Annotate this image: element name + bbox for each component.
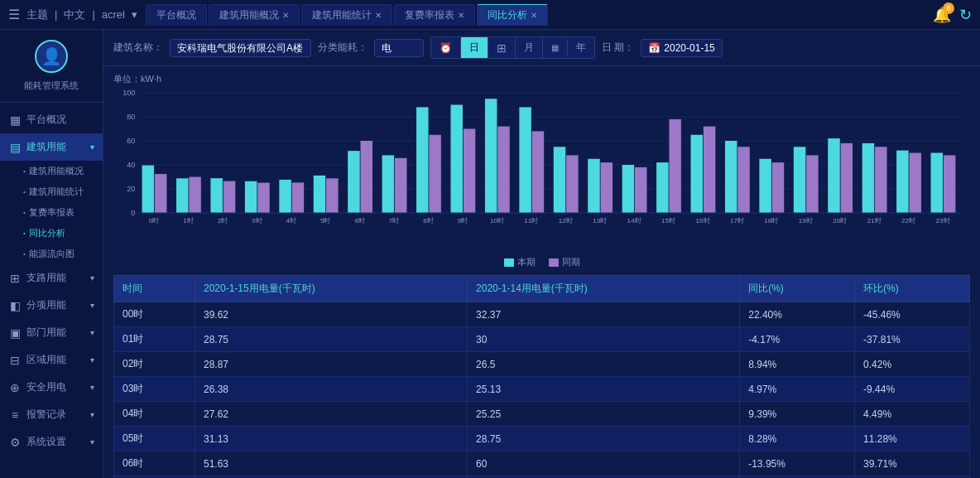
sidebar-sub-item-复费率报表[interactable]: 复费率报表 bbox=[0, 202, 103, 223]
table-row: 00时39.6232.3722.40%-45.46% bbox=[114, 302, 970, 327]
svg-text:19时: 19时 bbox=[799, 217, 813, 225]
week-btn[interactable]: ⊞ bbox=[488, 38, 516, 58]
svg-text:7时: 7时 bbox=[389, 217, 400, 225]
expand-icon: ▾ bbox=[90, 273, 94, 282]
sidebar-item-label: 平台概况 bbox=[26, 113, 66, 127]
year-btn[interactable]: 年 bbox=[568, 37, 594, 58]
tab-close-icon[interactable]: ✕ bbox=[375, 11, 382, 20]
svg-text:0时: 0时 bbox=[149, 217, 160, 225]
nav-tab[interactable]: 建筑用能概况✕ bbox=[209, 4, 300, 26]
day-btn[interactable]: 日 bbox=[461, 37, 488, 58]
svg-rect-63 bbox=[725, 141, 737, 213]
svg-rect-34 bbox=[395, 158, 407, 213]
svg-rect-73 bbox=[841, 143, 853, 213]
svg-rect-19 bbox=[223, 181, 236, 213]
svg-rect-51 bbox=[588, 159, 600, 213]
sidebar-item-label: 支路用能 bbox=[26, 271, 66, 285]
sidebar-item-label: 建筑用能 bbox=[26, 140, 66, 154]
tab-close-icon[interactable]: ✕ bbox=[458, 11, 464, 20]
category-select[interactable]: 电 bbox=[374, 39, 424, 57]
svg-text:10时: 10时 bbox=[490, 217, 504, 225]
svg-text:13时: 13时 bbox=[593, 217, 607, 225]
sidebar-item-报警记录[interactable]: ≡报警记录▾ bbox=[0, 401, 103, 428]
nav-tab[interactable]: 平台概况 bbox=[146, 4, 207, 26]
user-dropdown-icon[interactable]: ▾ bbox=[132, 8, 137, 21]
sidebar-icon: ▦ bbox=[8, 113, 22, 127]
theme-label: 主题 bbox=[26, 7, 48, 22]
year-icon-btn[interactable]: ▦ bbox=[543, 40, 568, 56]
legend-dot-current bbox=[504, 258, 514, 267]
nav-tabs: 平台概况建筑用能概况✕建筑用能统计✕复费率报表✕同比分析✕ bbox=[146, 4, 933, 26]
table-cell-previous: 32.37 bbox=[468, 302, 740, 327]
table-cell-current: 31.13 bbox=[195, 427, 467, 451]
sidebar-item-支路用能[interactable]: ⊞支路用能▾ bbox=[0, 264, 103, 292]
table-row: 03时26.3825.134.97%-9.44% bbox=[114, 377, 970, 402]
nav-tab[interactable]: 同比分析✕ bbox=[477, 4, 548, 26]
nav-tab[interactable]: 复费率报表✕ bbox=[394, 4, 475, 26]
table-row: 01时28.7530-4.17%-37.81% bbox=[114, 327, 970, 352]
table-cell-previous: 28.75 bbox=[468, 427, 740, 451]
clock-btn[interactable]: ⏰ bbox=[431, 39, 461, 57]
svg-text:2时: 2时 bbox=[218, 217, 228, 225]
tab-close-icon[interactable]: ✕ bbox=[531, 11, 537, 20]
table-cell-time: 01时 bbox=[114, 327, 195, 352]
month-btn[interactable]: 月 bbox=[516, 37, 543, 58]
table-cell-mom: -9.44% bbox=[855, 377, 970, 402]
svg-rect-70 bbox=[806, 155, 819, 213]
svg-rect-31 bbox=[361, 141, 373, 213]
sidebar-sub-item-同比分析[interactable]: 同比分析 bbox=[0, 223, 103, 244]
sidebar-item-建筑用能[interactable]: ▤建筑用能▾ bbox=[0, 133, 103, 161]
sidebar-item-系统设置[interactable]: ⚙系统设置▾ bbox=[0, 428, 103, 456]
separator: | bbox=[55, 8, 57, 21]
building-select[interactable]: 安科瑞电气股份有限公司A楼 bbox=[170, 39, 311, 57]
sidebar-icon: ◧ bbox=[8, 299, 22, 312]
table-header: 时间2020-1-15用电量(千瓦时)2020-1-14用电量(千瓦时)同比(%… bbox=[114, 276, 970, 302]
legend-previous: 同期 bbox=[549, 256, 580, 268]
svg-text:100: 100 bbox=[122, 89, 135, 97]
notification-badge[interactable]: 🔔 8 bbox=[933, 6, 951, 24]
nav-tab[interactable]: 建筑用能统计✕ bbox=[301, 4, 392, 26]
table-area: 时间2020-1-15用电量(千瓦时)2020-1-14用电量(千瓦时)同比(%… bbox=[103, 275, 980, 478]
table-cell-mom: 11.28% bbox=[855, 427, 970, 451]
sidebar-item-部门用能[interactable]: ▣部门用能▾ bbox=[0, 319, 103, 346]
sidebar-sub-item-建筑用能统计[interactable]: 建筑用能统计 bbox=[0, 181, 103, 202]
user-label: acrel bbox=[102, 8, 125, 21]
table-cell-yoy: -13.95% bbox=[740, 451, 855, 476]
svg-rect-22 bbox=[257, 183, 270, 213]
sidebar-item-平台概况[interactable]: ▦平台概况 bbox=[0, 106, 103, 133]
legend-current-label: 本期 bbox=[517, 256, 536, 268]
table-header-cell: 2020-1-15用电量(千瓦时) bbox=[195, 276, 467, 302]
table-cell-yoy: 8.94% bbox=[740, 352, 855, 377]
top-navigation: ☰ 主题 | 中文 | acrel ▾ 平台概况建筑用能概况✕建筑用能统计✕复费… bbox=[0, 0, 980, 30]
nav-tab-label: 建筑用能概况 bbox=[219, 8, 279, 22]
svg-rect-21 bbox=[245, 181, 257, 213]
svg-rect-75 bbox=[862, 143, 875, 213]
refresh-icon[interactable]: ↻ bbox=[959, 6, 972, 24]
svg-text:1时: 1时 bbox=[183, 217, 194, 225]
table-body: 00时39.6232.3722.40%-45.46%01时28.7530-4.1… bbox=[114, 302, 970, 479]
sidebar-item-安全用电[interactable]: ⊕安全用电▾ bbox=[0, 374, 103, 401]
lang-label[interactable]: 中文 bbox=[64, 7, 85, 22]
svg-rect-15 bbox=[176, 178, 189, 213]
sidebar-sub-item-能源流向图[interactable]: 能源流向图 bbox=[0, 244, 103, 264]
table-cell-previous: 26.5 bbox=[468, 352, 740, 377]
table-cell-yoy: 9.39% bbox=[740, 402, 855, 427]
table-cell-current: 28.75 bbox=[195, 327, 467, 352]
nav-tab-label: 平台概况 bbox=[156, 8, 196, 22]
sidebar-item-分项用能[interactable]: ◧分项用能▾ bbox=[0, 292, 103, 319]
tab-close-icon[interactable]: ✕ bbox=[282, 11, 289, 20]
period-btn-group: ⏰ 日 ⊞ 月 ▦ 年 bbox=[430, 36, 595, 59]
date-label: 日 期： bbox=[602, 41, 634, 55]
sidebar-sub-item-建筑用能概况[interactable]: 建筑用能概况 bbox=[0, 161, 103, 181]
svg-rect-64 bbox=[737, 147, 750, 213]
notification-count: 8 bbox=[943, 2, 954, 14]
svg-rect-61 bbox=[704, 127, 716, 213]
sidebar-item-区域用能[interactable]: ⊟区域用能▾ bbox=[0, 346, 103, 374]
hamburger-icon[interactable]: ☰ bbox=[8, 7, 20, 22]
avatar: 👤 bbox=[35, 40, 68, 73]
chart-container: 0204060801000时1时2时3时4时5时6时7时8时9时10时11时12… bbox=[113, 89, 970, 254]
svg-rect-45 bbox=[519, 107, 531, 213]
table-header-cell: 2020-1-14用电量(千瓦时) bbox=[468, 276, 740, 302]
date-picker[interactable]: 📅 2020-01-15 bbox=[641, 39, 722, 57]
table-cell-mom: 4.49% bbox=[855, 402, 970, 427]
